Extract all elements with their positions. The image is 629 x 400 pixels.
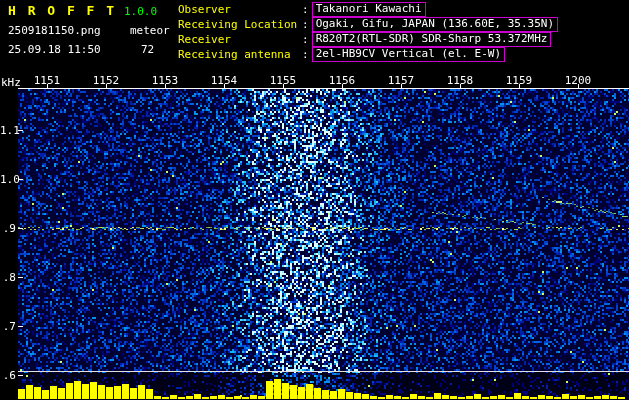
time-tick-label: 1153 [152, 74, 179, 87]
app-version: 1.0.0 [124, 5, 157, 18]
app-title: H R O F F T [8, 3, 116, 18]
time-tick-label: 1158 [447, 74, 474, 87]
capture-filename: 2509181150.png [8, 24, 101, 37]
info-value: Ogaki, Gifu, JAPAN (136.60E, 35.35N) [312, 17, 558, 32]
capture-datetime: 25.09.18 11:50 [8, 43, 101, 56]
station-info: Observer : Takanori Kawachi Receiving Lo… [178, 2, 558, 62]
info-label: Receiving Location [178, 18, 302, 31]
info-value: 2el-HB9CV Vertical (el. E-W) [312, 47, 505, 62]
info-colon: : [302, 18, 309, 31]
time-tick-label: 1154 [211, 74, 238, 87]
info-row-location: Receiving Location : Ogaki, Gifu, JAPAN … [178, 17, 558, 31]
info-row-receiver: Receiver : R820T2(RTL-SDR) SDR-Sharp 53.… [178, 32, 558, 46]
time-tick-label: 1155 [270, 74, 297, 87]
time-tick-label: 1157 [388, 74, 415, 87]
info-colon: : [302, 48, 309, 61]
info-value: Takanori Kawachi [312, 2, 426, 17]
freq-tick-label: 1.1 [0, 124, 16, 137]
info-label: Receiving antenna [178, 48, 302, 61]
hrofft-screenshot: H R O F F T 1.0.0 2509181150.png meteor … [0, 0, 629, 400]
freq-tick-label: .8 [0, 271, 16, 284]
time-tick-label: 1152 [93, 74, 120, 87]
info-colon: : [302, 3, 309, 16]
info-label: Observer [178, 3, 302, 16]
freq-tick-label: .6 [0, 369, 16, 382]
time-tick-label: 1159 [506, 74, 533, 87]
time-tick-label: 1200 [565, 74, 592, 87]
info-row-antenna: Receiving antenna : 2el-HB9CV Vertical (… [178, 47, 558, 61]
echo-count: 72 [141, 43, 154, 56]
info-value: R820T2(RTL-SDR) SDR-Sharp 53.372MHz [312, 32, 552, 47]
info-row-observer: Observer : Takanori Kawachi [178, 2, 558, 16]
info-colon: : [302, 33, 309, 46]
freq-tick-label: .9 [0, 222, 16, 235]
info-label: Receiver [178, 33, 302, 46]
freq-tick-label: .7 [0, 320, 16, 333]
freq-tick-label: 1.0 [0, 173, 16, 186]
time-tick-label: 1156 [329, 74, 356, 87]
time-tick-label: 1151 [34, 74, 61, 87]
freq-axis-unit: kHz [1, 76, 21, 89]
observation-mode: meteor [130, 24, 170, 37]
